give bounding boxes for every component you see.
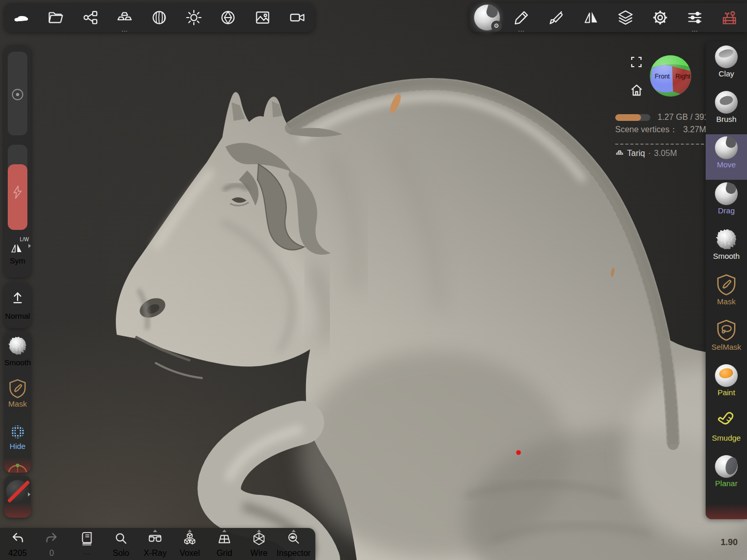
material-icon[interactable] — [145, 3, 174, 32]
tool-move-selected[interactable]: Move — [706, 134, 747, 180]
tool-label: Move — [706, 160, 747, 169]
no-material-icon[interactable] — [6, 480, 29, 503]
tool-planar[interactable]: Planar — [706, 453, 747, 499]
tool-smooth[interactable]: Smooth — [706, 226, 747, 271]
radius-slider[interactable] — [8, 52, 27, 135]
tool-drag[interactable]: Drag — [706, 180, 747, 226]
voxel-cubes-icon — [182, 531, 197, 547]
inspector-eye-icon — [286, 531, 301, 547]
stroke-icon[interactable]: ... — [507, 3, 536, 32]
home-view-button[interactable] — [629, 83, 644, 97]
nomad-logo-icon[interactable] — [7, 3, 36, 32]
toolbox-icon[interactable] — [715, 3, 744, 32]
normal-mode-button[interactable]: Normal — [4, 287, 31, 328]
stroke-more: ... — [507, 27, 536, 32]
gizmo-shortcut-icon[interactable] — [7, 461, 28, 473]
layers-icon[interactable] — [611, 3, 640, 32]
tool-smudge[interactable]: Smudge — [706, 408, 747, 453]
gizmo-front-label: Front — [654, 73, 670, 80]
redo-button[interactable]: 0 — [35, 528, 68, 560]
solo-button[interactable]: Solo — [104, 528, 138, 560]
fullscreen-button[interactable] — [630, 55, 643, 69]
tool-label: Smooth — [706, 252, 747, 260]
tool-selmask[interactable]: SelMask — [706, 317, 747, 362]
tool-drag-icon — [715, 182, 738, 205]
wire-icon — [251, 531, 267, 547]
undo-button[interactable]: 4205 — [1, 528, 34, 560]
tool-brush[interactable]: Brush — [706, 89, 747, 134]
tool-label: Brush — [706, 115, 747, 123]
tool-paint[interactable]: Paint — [706, 362, 747, 408]
intensity-slider[interactable] — [8, 145, 27, 230]
tool-mask-icon — [716, 273, 737, 296]
view-gizmo[interactable]: Front Right — [649, 54, 692, 98]
intensity-lightning-icon — [11, 185, 24, 199]
stroke-mode-panel: Normal — [4, 283, 31, 328]
interface-sliders-icon[interactable]: ... — [680, 3, 709, 32]
gizmo-right-label: Right — [675, 73, 691, 80]
inspector-button[interactable]: Inspector — [277, 528, 310, 560]
grid-button[interactable]: Grid — [208, 528, 241, 560]
xray-button[interactable]: X-Ray — [139, 528, 172, 560]
normal-label: Normal — [4, 312, 31, 320]
caret-icon — [292, 530, 296, 532]
home-icon — [630, 83, 644, 97]
history-button[interactable]: ... — [70, 528, 103, 560]
tool-label: Paint — [706, 388, 747, 397]
postprocess-icon[interactable] — [214, 3, 242, 32]
inspector-label: Inspector — [273, 549, 314, 558]
tool-clay[interactable]: Clay — [706, 43, 747, 89]
material-expand-arrow[interactable] — [28, 492, 31, 496]
camera-icon[interactable] — [283, 3, 312, 32]
scene-vertices: Scene vertices： 3.27M — [615, 125, 706, 135]
tool-label: Smudge — [706, 433, 747, 442]
settings-gear-icon[interactable] — [646, 3, 675, 32]
object-sep: · — [648, 149, 651, 158]
topology-icon[interactable]: ... — [110, 3, 139, 32]
hide-icon — [9, 424, 26, 440]
symmetry-toggle[interactable]: L/W Sym — [4, 236, 31, 272]
tool-label: Drag — [706, 206, 747, 215]
tool-smooth-icon — [714, 227, 739, 252]
normal-arrow-icon — [10, 290, 25, 305]
files-icon[interactable] — [41, 3, 70, 32]
caret-icon — [222, 530, 226, 532]
lighting-icon[interactable] — [179, 3, 208, 32]
scene-vertices-value: 3.27M — [683, 125, 706, 134]
tool-partial[interactable] — [706, 499, 747, 519]
mask-shortcut[interactable]: Mask — [4, 379, 31, 408]
panel-scroll-fade — [4, 502, 31, 518]
mask-shortcut-label: Mask — [4, 399, 31, 408]
memory-bar — [615, 114, 650, 121]
tool-selmask-icon — [716, 319, 737, 341]
brush-sliders-panel: L/W Sym — [4, 45, 31, 277]
undo-icon — [10, 531, 25, 547]
scene-graph-icon[interactable] — [76, 3, 105, 32]
brush-preview-button[interactable]: ⚙ — [472, 3, 501, 32]
tool-mask[interactable]: Mask — [706, 271, 747, 317]
memory-bar-fill — [615, 114, 641, 121]
xray-glasses-icon — [147, 531, 163, 547]
background-icon[interactable] — [248, 3, 277, 32]
object-vertices: 3.05M — [654, 149, 677, 158]
wire-button[interactable]: Wire — [242, 528, 276, 560]
object-mesh-icon — [615, 150, 624, 158]
redo-icon — [44, 531, 59, 547]
object-row[interactable]: Tariq · 3.05M — [615, 149, 677, 158]
sym-expand-arrow[interactable] — [28, 244, 31, 248]
interface-more: ... — [680, 27, 709, 32]
memory-text: 1.27 GB / 391 MB — [658, 113, 706, 122]
stats-separator — [615, 144, 704, 145]
grid-icon — [217, 531, 232, 547]
smooth-shortcut[interactable]: Smooth — [4, 334, 31, 367]
brush-settings-gear-icon[interactable]: ⚙ — [491, 21, 502, 32]
brush-preview-sphere: ⚙ — [474, 5, 500, 30]
voxel-button[interactable]: Voxel — [173, 528, 206, 560]
topology-more: ... — [110, 27, 139, 32]
nomad-sculpt-app: ... ⚙ — [0, 0, 747, 560]
hide-shortcut[interactable]: Hide — [4, 424, 31, 450]
falloff-brush-icon[interactable] — [542, 3, 571, 32]
scene-vertices-label: Scene vertices： — [615, 125, 678, 134]
caret-icon — [257, 530, 261, 532]
symmetry-icon[interactable] — [576, 3, 605, 32]
